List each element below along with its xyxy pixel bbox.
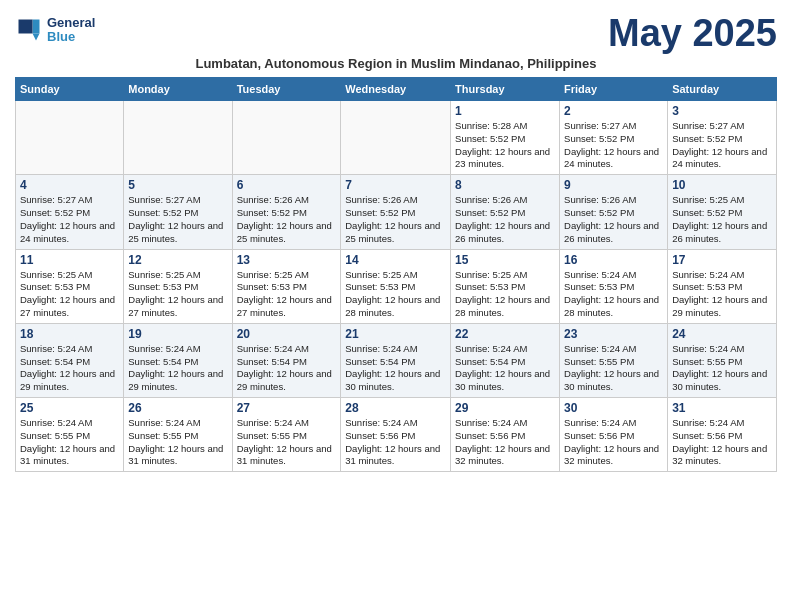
day-detail: Sunrise: 5:24 AMSunset: 5:54 PMDaylight:…: [128, 343, 227, 394]
calendar-cell: 6Sunrise: 5:26 AMSunset: 5:52 PMDaylight…: [232, 175, 341, 249]
day-detail: Sunrise: 5:24 AMSunset: 5:56 PMDaylight:…: [672, 417, 772, 468]
day-number: 29: [455, 401, 555, 415]
day-number: 17: [672, 253, 772, 267]
calendar-cell: 7Sunrise: 5:26 AMSunset: 5:52 PMDaylight…: [341, 175, 451, 249]
day-number: 16: [564, 253, 663, 267]
calendar-cell: [124, 101, 232, 175]
weekday-header-thursday: Thursday: [451, 78, 560, 101]
subtitle: Lumbatan, Autonomous Region in Muslim Mi…: [15, 56, 777, 71]
day-detail: Sunrise: 5:24 AMSunset: 5:55 PMDaylight:…: [128, 417, 227, 468]
day-number: 25: [20, 401, 119, 415]
day-detail: Sunrise: 5:27 AMSunset: 5:52 PMDaylight:…: [672, 120, 772, 171]
calendar-cell: 25Sunrise: 5:24 AMSunset: 5:55 PMDayligh…: [16, 398, 124, 472]
calendar-row-5: 25Sunrise: 5:24 AMSunset: 5:55 PMDayligh…: [16, 398, 777, 472]
logo-icon: [15, 16, 43, 44]
calendar-cell: 17Sunrise: 5:24 AMSunset: 5:53 PMDayligh…: [668, 249, 777, 323]
day-detail: Sunrise: 5:26 AMSunset: 5:52 PMDaylight:…: [564, 194, 663, 245]
day-detail: Sunrise: 5:24 AMSunset: 5:55 PMDaylight:…: [20, 417, 119, 468]
calendar-cell: 19Sunrise: 5:24 AMSunset: 5:54 PMDayligh…: [124, 323, 232, 397]
day-detail: Sunrise: 5:26 AMSunset: 5:52 PMDaylight:…: [237, 194, 337, 245]
calendar-cell: 26Sunrise: 5:24 AMSunset: 5:55 PMDayligh…: [124, 398, 232, 472]
day-detail: Sunrise: 5:24 AMSunset: 5:53 PMDaylight:…: [564, 269, 663, 320]
day-detail: Sunrise: 5:27 AMSunset: 5:52 PMDaylight:…: [20, 194, 119, 245]
day-detail: Sunrise: 5:25 AMSunset: 5:53 PMDaylight:…: [345, 269, 446, 320]
calendar-cell: 14Sunrise: 5:25 AMSunset: 5:53 PMDayligh…: [341, 249, 451, 323]
day-detail: Sunrise: 5:24 AMSunset: 5:53 PMDaylight:…: [672, 269, 772, 320]
calendar-cell: 16Sunrise: 5:24 AMSunset: 5:53 PMDayligh…: [560, 249, 668, 323]
weekday-header-friday: Friday: [560, 78, 668, 101]
weekday-header-sunday: Sunday: [16, 78, 124, 101]
calendar-cell: [341, 101, 451, 175]
day-number: 31: [672, 401, 772, 415]
calendar-row-1: 1Sunrise: 5:28 AMSunset: 5:52 PMDaylight…: [16, 101, 777, 175]
day-number: 5: [128, 178, 227, 192]
day-number: 1: [455, 104, 555, 118]
day-number: 28: [345, 401, 446, 415]
day-detail: Sunrise: 5:24 AMSunset: 5:55 PMDaylight:…: [564, 343, 663, 394]
day-number: 13: [237, 253, 337, 267]
day-detail: Sunrise: 5:25 AMSunset: 5:53 PMDaylight:…: [455, 269, 555, 320]
calendar-cell: 27Sunrise: 5:24 AMSunset: 5:55 PMDayligh…: [232, 398, 341, 472]
calendar-cell: 1Sunrise: 5:28 AMSunset: 5:52 PMDaylight…: [451, 101, 560, 175]
day-number: 12: [128, 253, 227, 267]
day-number: 22: [455, 327, 555, 341]
calendar-table: SundayMondayTuesdayWednesdayThursdayFrid…: [15, 77, 777, 472]
day-number: 14: [345, 253, 446, 267]
day-detail: Sunrise: 5:24 AMSunset: 5:56 PMDaylight:…: [455, 417, 555, 468]
calendar-cell: 4Sunrise: 5:27 AMSunset: 5:52 PMDaylight…: [16, 175, 124, 249]
calendar-cell: [16, 101, 124, 175]
day-detail: Sunrise: 5:25 AMSunset: 5:53 PMDaylight:…: [237, 269, 337, 320]
day-number: 8: [455, 178, 555, 192]
calendar-cell: 3Sunrise: 5:27 AMSunset: 5:52 PMDaylight…: [668, 101, 777, 175]
svg-marker-3: [33, 34, 40, 41]
day-detail: Sunrise: 5:24 AMSunset: 5:54 PMDaylight:…: [455, 343, 555, 394]
day-number: 11: [20, 253, 119, 267]
day-detail: Sunrise: 5:24 AMSunset: 5:54 PMDaylight:…: [345, 343, 446, 394]
svg-marker-1: [33, 20, 40, 34]
day-number: 30: [564, 401, 663, 415]
logo-line1: General: [47, 16, 95, 30]
day-number: 4: [20, 178, 119, 192]
day-number: 2: [564, 104, 663, 118]
day-number: 15: [455, 253, 555, 267]
day-number: 21: [345, 327, 446, 341]
day-detail: Sunrise: 5:26 AMSunset: 5:52 PMDaylight:…: [345, 194, 446, 245]
day-detail: Sunrise: 5:25 AMSunset: 5:53 PMDaylight:…: [128, 269, 227, 320]
day-detail: Sunrise: 5:27 AMSunset: 5:52 PMDaylight:…: [564, 120, 663, 171]
day-number: 19: [128, 327, 227, 341]
day-detail: Sunrise: 5:28 AMSunset: 5:52 PMDaylight:…: [455, 120, 555, 171]
day-number: 9: [564, 178, 663, 192]
month-title: May 2025: [608, 14, 777, 52]
calendar-cell: 24Sunrise: 5:24 AMSunset: 5:55 PMDayligh…: [668, 323, 777, 397]
svg-marker-2: [19, 20, 33, 34]
logo-line2: Blue: [47, 30, 95, 44]
calendar-cell: 5Sunrise: 5:27 AMSunset: 5:52 PMDaylight…: [124, 175, 232, 249]
day-detail: Sunrise: 5:24 AMSunset: 5:54 PMDaylight:…: [20, 343, 119, 394]
day-detail: Sunrise: 5:26 AMSunset: 5:52 PMDaylight:…: [455, 194, 555, 245]
day-detail: Sunrise: 5:24 AMSunset: 5:56 PMDaylight:…: [564, 417, 663, 468]
calendar-row-4: 18Sunrise: 5:24 AMSunset: 5:54 PMDayligh…: [16, 323, 777, 397]
day-number: 26: [128, 401, 227, 415]
calendar-cell: 31Sunrise: 5:24 AMSunset: 5:56 PMDayligh…: [668, 398, 777, 472]
day-number: 3: [672, 104, 772, 118]
calendar-cell: [232, 101, 341, 175]
weekday-header-saturday: Saturday: [668, 78, 777, 101]
calendar-row-3: 11Sunrise: 5:25 AMSunset: 5:53 PMDayligh…: [16, 249, 777, 323]
calendar-cell: 12Sunrise: 5:25 AMSunset: 5:53 PMDayligh…: [124, 249, 232, 323]
calendar-cell: 23Sunrise: 5:24 AMSunset: 5:55 PMDayligh…: [560, 323, 668, 397]
calendar-cell: 30Sunrise: 5:24 AMSunset: 5:56 PMDayligh…: [560, 398, 668, 472]
day-detail: Sunrise: 5:24 AMSunset: 5:56 PMDaylight:…: [345, 417, 446, 468]
calendar-cell: 15Sunrise: 5:25 AMSunset: 5:53 PMDayligh…: [451, 249, 560, 323]
calendar-cell: 18Sunrise: 5:24 AMSunset: 5:54 PMDayligh…: [16, 323, 124, 397]
calendar-cell: 10Sunrise: 5:25 AMSunset: 5:52 PMDayligh…: [668, 175, 777, 249]
day-detail: Sunrise: 5:24 AMSunset: 5:54 PMDaylight:…: [237, 343, 337, 394]
weekday-header-wednesday: Wednesday: [341, 78, 451, 101]
calendar-cell: 11Sunrise: 5:25 AMSunset: 5:53 PMDayligh…: [16, 249, 124, 323]
day-number: 23: [564, 327, 663, 341]
day-number: 6: [237, 178, 337, 192]
header: General Blue May 2025: [15, 10, 777, 52]
day-detail: Sunrise: 5:24 AMSunset: 5:55 PMDaylight:…: [672, 343, 772, 394]
weekday-header-monday: Monday: [124, 78, 232, 101]
day-number: 18: [20, 327, 119, 341]
day-number: 24: [672, 327, 772, 341]
